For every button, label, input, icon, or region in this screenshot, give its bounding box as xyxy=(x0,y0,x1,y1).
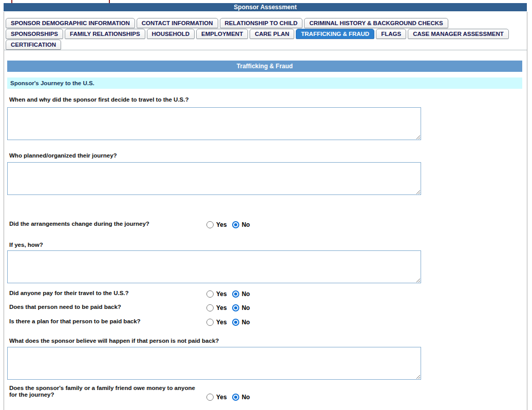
radio-group-plan-paid-back: YesNo xyxy=(206,317,255,325)
textarea-believe-not-paid-back[interactable] xyxy=(7,347,421,380)
question-label-if-yes-how: If yes, how? xyxy=(9,242,43,248)
textarea-first-decide-travel[interactable] xyxy=(7,107,421,140)
radio-label-no: No xyxy=(242,221,250,228)
textarea-who-planned-journey[interactable] xyxy=(7,162,421,195)
radio-plan-paid-back-yes[interactable] xyxy=(206,319,214,326)
radio-arrangements-change-no[interactable] xyxy=(232,221,239,228)
question-label-plan-paid-back: Is there a plan for that person to be pa… xyxy=(9,318,141,325)
radio-label-yes: Yes xyxy=(216,319,227,326)
tab-relationship-to-child[interactable]: RELATIONSHIP TO CHILD xyxy=(220,18,303,28)
tab-employment[interactable]: EMPLOYMENT xyxy=(196,29,248,39)
radio-anyone-pay-no[interactable] xyxy=(232,290,239,298)
radio-plan-paid-back-no[interactable] xyxy=(232,319,239,326)
radio-group-family-owe-money: YesNo xyxy=(206,392,255,400)
section-header-trafficking-fraud: Trafficking & Fraud xyxy=(7,61,522,72)
tab-contact-information[interactable]: CONTACT INFORMATION xyxy=(137,18,218,28)
tab-flags[interactable]: FLAGS xyxy=(376,29,406,39)
question-label-family-owe-money: Does the sponsor's family or a family fr… xyxy=(9,385,200,398)
tab-row-2: SPONSORSHIPS FAMILY RELATIONSHIPS HOUSEH… xyxy=(6,29,509,39)
radio-label-no: No xyxy=(242,394,250,401)
radio-group-anyone-pay-travel: YesNo xyxy=(206,289,255,297)
radio-label-yes: Yes xyxy=(216,394,227,401)
radio-label-no: No xyxy=(242,319,250,326)
tab-household[interactable]: HOUSEHOLD xyxy=(147,29,195,39)
tab-row-3: CERTIFICATION xyxy=(6,40,61,50)
tab-trafficking-fraud[interactable]: TRAFFICKING & FRAUD xyxy=(296,29,374,39)
subsection-sponsors-journey: Sponsor's Journey to the U.S. xyxy=(7,77,522,89)
question-label-need-paid-back: Does that person need to be paid back? xyxy=(9,304,121,310)
question-label-believe-not-paid-back: What does the sponsor believe will happe… xyxy=(9,338,219,344)
radio-need-paid-back-no[interactable] xyxy=(232,304,239,311)
tab-row-1: SPONSOR DEMOGRAPHIC INFORMATION CONTACT … xyxy=(6,18,448,28)
radio-arrangements-change-yes[interactable] xyxy=(206,221,214,228)
tabstrip-divider xyxy=(4,50,527,50)
radio-label-yes: Yes xyxy=(216,304,227,311)
question-label-first-decide-travel: When and why did the sponsor first decid… xyxy=(9,96,189,103)
radio-group-arrangements-change: YesNo xyxy=(206,220,255,227)
page-title: Sponsor Assessment xyxy=(4,3,527,11)
radio-label-yes: Yes xyxy=(216,290,227,298)
tab-sponsorships[interactable]: SPONSORSHIPS xyxy=(6,29,63,39)
tab-criminal-history-background-checks[interactable]: CRIMINAL HISTORY & BACKGROUND CHECKS xyxy=(304,18,448,28)
question-label-who-planned-journey: Who planned/organized their journey? xyxy=(9,152,117,159)
tab-care-plan[interactable]: CARE PLAN xyxy=(250,29,294,39)
radio-label-no: No xyxy=(242,290,250,298)
radio-label-yes: Yes xyxy=(216,221,227,228)
radio-family-owe-no[interactable] xyxy=(232,394,239,401)
tab-case-manager-assessment[interactable]: CASE MANAGER ASSESSMENT xyxy=(408,29,509,39)
textarea-if-yes-how[interactable] xyxy=(7,250,421,283)
radio-anyone-pay-yes[interactable] xyxy=(206,290,214,298)
radio-label-no: No xyxy=(242,304,250,311)
radio-group-need-paid-back: YesNo xyxy=(206,303,255,310)
radio-family-owe-yes[interactable] xyxy=(206,394,214,401)
question-label-anyone-pay-travel: Did anyone pay for their travel to the U… xyxy=(9,290,129,297)
tab-family-relationships[interactable]: FAMILY RELATIONSHIPS xyxy=(65,29,145,39)
sponsor-assessment-page: Sponsor Assessment SPONSOR DEMOGRAPHIC I… xyxy=(0,0,532,410)
question-label-arrangements-change: Did the arrangements change during the j… xyxy=(9,221,149,227)
tab-certification[interactable]: CERTIFICATION xyxy=(6,40,61,50)
tab-sponsor-demographic-information[interactable]: SPONSOR DEMOGRAPHIC INFORMATION xyxy=(6,18,135,28)
radio-need-paid-back-yes[interactable] xyxy=(206,304,214,311)
